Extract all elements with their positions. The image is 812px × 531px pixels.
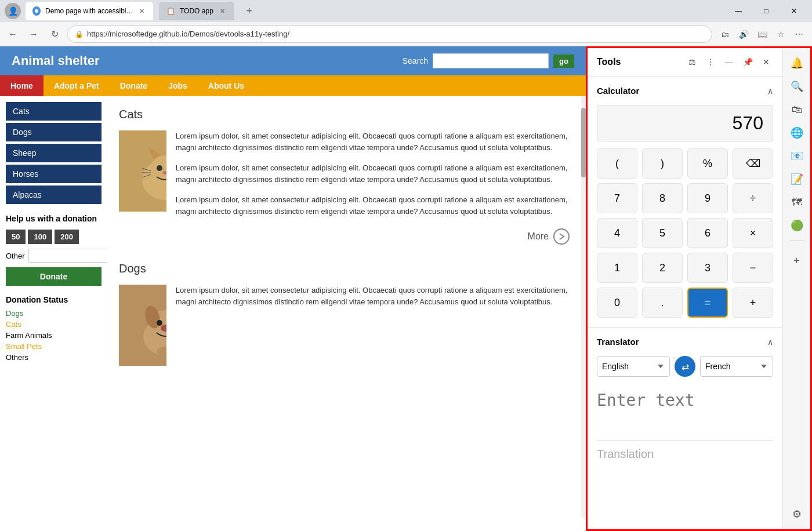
donation-100-button[interactable]: 100 (28, 230, 52, 244)
translator-collapse-button[interactable]: ∧ (767, 337, 773, 347)
nav-about[interactable]: About Us (198, 75, 255, 96)
cats-heading: Cats (119, 108, 570, 121)
calc-btn-subtract[interactable]: − (733, 253, 773, 283)
tools-more-icon[interactable]: ⋮ (704, 55, 717, 69)
sidebar-add-icon[interactable]: + (786, 250, 807, 271)
search-button[interactable]: go (553, 54, 574, 68)
tools-filter-icon[interactable]: ⚖ (685, 55, 699, 69)
sidebar-settings-icon[interactable]: ⚙ (786, 504, 807, 525)
translator-header: Translator ∧ (597, 337, 773, 347)
calc-btn-9[interactable]: 9 (687, 183, 728, 213)
new-tab-button[interactable]: + (241, 3, 258, 19)
sidebar-maps-icon[interactable]: 🗺 (786, 192, 807, 213)
calc-btn-decimal[interactable]: . (642, 288, 683, 318)
calc-btn-3[interactable]: 3 (687, 253, 728, 283)
search-input[interactable] (433, 53, 549, 68)
translator-title: Translator (597, 337, 639, 347)
tab-title-todo: TODO app (180, 7, 213, 15)
translator-input[interactable] (597, 386, 773, 434)
favorites-icon[interactable]: ☆ (773, 26, 789, 42)
close-button[interactable]: ✕ (781, 2, 807, 20)
sidebar-outlook-icon[interactable]: 📧 (786, 146, 807, 166)
site-title: Animal shelter (12, 53, 100, 68)
calc-btn-open-paren[interactable]: ( (597, 148, 637, 179)
tab-todo[interactable]: 📋 TODO app ✕ (159, 2, 234, 20)
immersive-reader-icon[interactable]: 📖 (754, 26, 770, 42)
calc-collapse-button[interactable]: ∧ (767, 86, 773, 96)
back-button[interactable]: ← (5, 26, 21, 42)
sidebar-item-alpacas[interactable]: Alpacas (6, 186, 102, 204)
donation-200-button[interactable]: 200 (55, 230, 79, 244)
tools-minimize-icon[interactable]: — (722, 55, 736, 69)
scroll-thumb[interactable] (581, 108, 586, 177)
calc-btn-multiply[interactable]: × (733, 218, 773, 248)
sidebar-item-dogs[interactable]: Dogs (6, 123, 102, 141)
calc-btn-6[interactable]: 6 (687, 218, 728, 248)
forward-button[interactable]: → (26, 26, 42, 42)
nav-jobs[interactable]: Jobs (158, 75, 198, 96)
minimize-button[interactable]: — (725, 2, 752, 20)
sidebar-item-cats[interactable]: Cats (6, 102, 102, 121)
calc-btn-percent[interactable]: % (687, 148, 728, 179)
status-farm-animals[interactable]: Farm Animals (6, 331, 102, 340)
calc-btn-5[interactable]: 5 (642, 218, 683, 248)
calc-btn-1[interactable]: 1 (597, 253, 637, 283)
donation-50-button[interactable]: 50 (6, 230, 26, 244)
swap-languages-button[interactable]: ⇄ (675, 356, 695, 377)
maximize-button[interactable]: □ (753, 2, 780, 20)
sidebar-editor-icon[interactable]: 📝 (786, 169, 807, 190)
tools-close-icon[interactable]: ✕ (759, 55, 773, 69)
site-header: Animal shelter Search go (0, 46, 586, 75)
collections-icon[interactable]: 🗂 (717, 26, 733, 42)
status-small-pets[interactable]: Small Pets (6, 342, 102, 351)
calc-btn-add[interactable]: + (733, 288, 773, 318)
svg-point-5 (157, 165, 162, 171)
read-aloud-icon[interactable]: 🔊 (735, 26, 752, 42)
calc-btn-divide[interactable]: ÷ (733, 183, 773, 213)
window-controls: — □ ✕ (725, 2, 807, 20)
status-others[interactable]: Others (6, 353, 102, 362)
reload-button[interactable]: ↻ (46, 26, 63, 42)
calc-btn-equals[interactable]: = (687, 288, 728, 318)
search-label: Search (403, 56, 428, 66)
sidebar-browser-icon[interactable]: 🌐 (786, 122, 807, 143)
tab-demo-page[interactable]: Demo page with accessibility iss ✕ (26, 2, 153, 20)
calc-btn-2[interactable]: 2 (642, 253, 683, 283)
sidebar-games-icon[interactable]: 🟢 (786, 215, 807, 236)
dogs-image (119, 285, 166, 366)
more-icon[interactable]: ⋯ (791, 26, 807, 42)
donation-status-title: Donation Status (6, 295, 102, 304)
nav-home[interactable]: Home (0, 75, 44, 96)
calc-btn-8[interactable]: 8 (642, 183, 683, 213)
profile-avatar[interactable]: 👤 (5, 3, 21, 19)
sidebar-item-sheep[interactable]: Sheep (6, 144, 102, 162)
cats-more-link[interactable]: More (119, 228, 570, 245)
tools-pin-icon[interactable]: 📌 (741, 55, 755, 69)
sidebar-search-icon[interactable]: 🔍 (786, 76, 807, 97)
nav-adopt[interactable]: Adopt a Pet (44, 75, 110, 96)
address-bar[interactable]: 🔒 https://microsoftedge.github.io/Demos/… (67, 26, 712, 43)
sidebar-item-horses[interactable]: Horses (6, 165, 102, 183)
tools-header-icons: ⚖ ⋮ — 📌 ✕ (685, 55, 773, 69)
donation-other-input[interactable] (28, 249, 107, 263)
scrollbar[interactable] (581, 96, 586, 518)
calculator-section: Calculator ∧ 570 ( ) % ⌫ 7 8 9 ÷ (588, 77, 782, 328)
calc-btn-0[interactable]: 0 (597, 288, 637, 318)
calc-btn-4[interactable]: 4 (597, 218, 637, 248)
nav-donate[interactable]: Donate (110, 75, 158, 96)
source-language-select[interactable]: English French Spanish German (597, 356, 670, 377)
calc-btn-7[interactable]: 7 (597, 183, 637, 213)
calc-btn-backspace[interactable]: ⌫ (733, 148, 773, 179)
tab-close-todo[interactable]: ✕ (218, 6, 227, 16)
cats-section: Cats (119, 108, 570, 245)
sidebar-shopping-icon[interactable]: 🛍 (786, 99, 807, 120)
status-dogs[interactable]: Dogs (6, 309, 102, 318)
website-frame: Animal shelter Search go Home Adopt a Pe… (0, 46, 586, 531)
sidebar-notifications-icon[interactable]: 🔔 (786, 53, 807, 74)
status-cats[interactable]: Cats (6, 320, 102, 329)
calc-btn-close-paren[interactable]: ) (642, 148, 683, 179)
donate-button[interactable]: Donate (6, 267, 102, 286)
dogs-para-1: Lorem ipsum dolor, sit amet consectetur … (176, 285, 570, 366)
target-language-select[interactable]: English French Spanish German (700, 356, 773, 377)
tab-close-demo[interactable]: ✕ (138, 6, 146, 16)
